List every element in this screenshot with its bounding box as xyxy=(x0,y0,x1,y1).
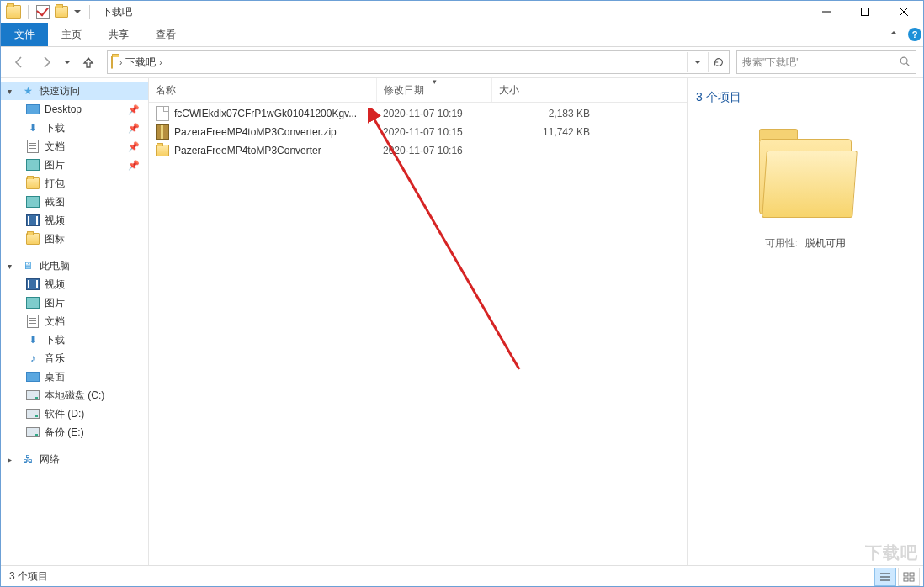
nav-pc-documents[interactable]: 文档 xyxy=(1,312,148,331)
pin-icon: 📌 xyxy=(128,160,140,171)
nav-tubiao[interactable]: 图标 xyxy=(1,230,148,248)
desktop-icon xyxy=(26,370,40,383)
nav-label: 网络 xyxy=(40,452,60,467)
ribbon-tab-view[interactable]: 查看 xyxy=(142,23,189,46)
music-icon: ♪ xyxy=(26,352,40,365)
nav-pc-music[interactable]: ♪ 音乐 xyxy=(1,349,148,368)
pin-icon: 📌 xyxy=(128,141,140,152)
qat-properties-checkbox[interactable] xyxy=(35,4,50,19)
nav-pictures[interactable]: 图片 📌 xyxy=(1,156,148,174)
pc-icon: 🖥 xyxy=(21,259,35,272)
expand-icon[interactable]: ▾ xyxy=(8,262,16,271)
nav-downloads[interactable]: ⬇ 下载 📌 xyxy=(1,119,148,137)
nav-pc-pictures[interactable]: 图片 xyxy=(1,294,148,312)
close-button[interactable] xyxy=(884,1,923,23)
column-name[interactable]: 名称 xyxy=(149,78,377,102)
crumb-chevron-icon[interactable]: › xyxy=(119,58,122,67)
nav-quick-access[interactable]: ▾ ★ 快速访问 xyxy=(1,82,148,100)
svg-point-4 xyxy=(900,57,907,64)
nav-forward-button[interactable] xyxy=(35,50,58,74)
sort-indicator-icon: ▾ xyxy=(433,77,437,86)
view-details-button[interactable] xyxy=(874,568,896,586)
nav-drive-e[interactable]: 备份 (E:) xyxy=(1,423,148,442)
drive-icon xyxy=(26,426,40,439)
file-date: 2020-11-07 10:16 xyxy=(376,145,491,156)
nav-label: 备份 (E:) xyxy=(45,426,84,440)
window-title: 下载吧 xyxy=(102,5,132,19)
nav-label: 本地磁盘 (C:) xyxy=(45,389,104,403)
picture-icon xyxy=(26,158,40,172)
nav-pc-desktop[interactable]: 桌面 xyxy=(1,368,148,386)
expand-icon[interactable]: ▸ xyxy=(8,455,16,464)
folder-icon xyxy=(26,177,40,190)
address-bar[interactable]: › 下载吧 › xyxy=(107,50,730,74)
quick-access-toolbar xyxy=(1,4,93,19)
availability-label: 可用性: xyxy=(765,237,798,249)
nav-recent-dropdown[interactable] xyxy=(61,59,73,66)
close-icon xyxy=(899,7,909,17)
qat-new-folder-icon[interactable] xyxy=(54,4,69,19)
nav-pc-videos[interactable]: 视频 xyxy=(1,275,148,294)
nav-back-button[interactable] xyxy=(8,50,31,74)
crumb-chevron-icon[interactable]: › xyxy=(159,58,162,67)
file-size: 2,183 KB xyxy=(491,108,597,119)
ribbon-tab-file[interactable]: 文件 xyxy=(1,23,48,46)
video-icon xyxy=(26,278,40,291)
file-name: fcCWIEkdlx07CFrP1wGk01041200Kgv... xyxy=(174,108,357,119)
file-date: 2020-11-07 10:15 xyxy=(376,126,491,138)
column-headers: 名称 修改日期 ▾ 大小 xyxy=(149,78,687,103)
body: ▾ ★ 快速访问 Desktop 📌 ⬇ 下载 📌 文档 📌 图片 xyxy=(1,78,923,565)
nav-this-pc[interactable]: ▾ 🖥 此电脑 xyxy=(1,256,148,275)
nav-drive-c[interactable]: 本地磁盘 (C:) xyxy=(1,386,148,405)
ribbon-tab-home[interactable]: 主页 xyxy=(48,23,95,46)
nav-drive-d[interactable]: 软件 (D:) xyxy=(1,405,148,423)
file-row[interactable]: PazeraFreeMP4toMP3Converter 2020-11-07 1… xyxy=(149,141,687,160)
nav-up-button[interactable] xyxy=(77,50,100,74)
address-folder-icon xyxy=(111,56,113,68)
nav-jietu[interactable]: 截图 xyxy=(1,193,148,211)
status-text: 3 个项目 xyxy=(9,569,48,584)
breadcrumb-item[interactable]: 下载吧 xyxy=(125,56,156,70)
file-row[interactable]: fcCWIEkdlx07CFrP1wGk01041200Kgv... 2020-… xyxy=(149,104,687,123)
svg-line-5 xyxy=(906,63,909,66)
help-icon[interactable]: ? xyxy=(908,28,921,41)
svg-rect-12 xyxy=(904,578,908,581)
file-row[interactable]: PazeraFreeMP4toMP3Converter.zip 2020-11-… xyxy=(149,123,687,141)
ribbon-tabs: 文件 主页 共享 查看 ? xyxy=(1,23,923,47)
ribbon-expand-button[interactable] xyxy=(884,25,903,44)
expand-icon[interactable]: ▾ xyxy=(8,87,16,96)
nav-documents[interactable]: 文档 📌 xyxy=(1,137,148,156)
nav-label: 下载 xyxy=(45,121,65,135)
qat-separator xyxy=(28,5,29,19)
ribbon-tab-share[interactable]: 共享 xyxy=(95,23,142,46)
nav-dabao[interactable]: 打包 xyxy=(1,174,148,193)
drive-icon xyxy=(26,389,40,402)
desktop-icon xyxy=(26,103,40,116)
view-thumbnails-button[interactable] xyxy=(898,568,920,586)
minimize-button[interactable] xyxy=(807,1,846,23)
nav-shipin[interactable]: 视频 xyxy=(1,211,148,230)
navigation-pane: ▾ ★ 快速访问 Desktop 📌 ⬇ 下载 📌 文档 📌 图片 xyxy=(1,78,149,565)
svg-rect-1 xyxy=(862,8,869,16)
nav-label: 视频 xyxy=(45,214,65,228)
column-size[interactable]: 大小 xyxy=(492,78,599,102)
svg-rect-10 xyxy=(904,573,908,576)
qat-customize-dropdown[interactable] xyxy=(72,4,82,19)
nav-network[interactable]: ▸ 🖧 网络 xyxy=(1,450,148,468)
file-name: PazeraFreeMP4toMP3Converter.zip xyxy=(174,126,337,138)
refresh-button[interactable] xyxy=(708,52,729,72)
nav-label: Desktop xyxy=(45,103,82,115)
nav-label: 截图 xyxy=(45,195,65,209)
column-date[interactable]: 修改日期 ▾ xyxy=(377,78,492,102)
nav-desktop[interactable]: Desktop 📌 xyxy=(1,100,148,119)
arrow-up-icon xyxy=(82,56,95,69)
search-input[interactable]: 搜索"下载吧" xyxy=(736,50,916,74)
address-dropdown-button[interactable] xyxy=(687,52,708,72)
picture-icon xyxy=(26,296,40,309)
folder-large-icon xyxy=(759,139,852,214)
nav-label: 打包 xyxy=(45,177,65,191)
qat-separator-2 xyxy=(89,5,90,19)
maximize-button[interactable] xyxy=(846,1,884,23)
nav-pc-downloads[interactable]: ⬇ 下载 xyxy=(1,331,148,349)
document-icon xyxy=(26,315,40,328)
